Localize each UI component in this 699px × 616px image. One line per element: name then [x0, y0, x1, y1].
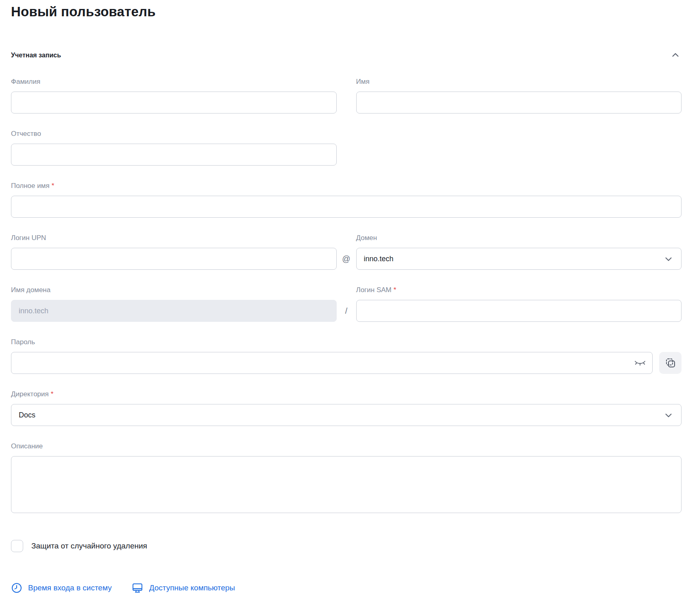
domain-select[interactable]: inno.tech — [356, 248, 682, 270]
domain-name-label: Имя домена — [11, 286, 50, 294]
account-section-header: Учетная запись — [11, 49, 682, 61]
name-row: Фамилия Имя — [11, 77, 682, 114]
deletion-protection-row: Защита от случайного удаления — [11, 540, 682, 552]
full-name-row: Полное имя* — [11, 181, 682, 218]
deletion-protection-checkbox[interactable] — [11, 540, 23, 552]
available-computers-label: Доступные компьютеры — [149, 582, 235, 594]
middle-name-field: Отчество — [11, 129, 337, 166]
description-textarea[interactable] — [11, 456, 682, 513]
account-section-title: Учетная запись — [11, 50, 61, 60]
required-asterisk: * — [394, 286, 396, 294]
directory-row: Директория* Docs — [11, 389, 682, 426]
description-row: Описание — [11, 441, 682, 515]
directory-select-value: Docs — [19, 411, 35, 419]
directory-label: Директория — [11, 390, 49, 398]
middle-name-row: Отчество — [11, 129, 682, 166]
domain-name-sam-row: Имя домена / Логин SAM* — [11, 285, 682, 322]
column-gap — [337, 92, 356, 114]
last-name-input[interactable] — [11, 92, 337, 114]
directory-select[interactable]: Docs — [11, 404, 682, 426]
at-separator: @ — [337, 248, 356, 270]
upn-login-input[interactable] — [11, 248, 337, 270]
clock-icon — [11, 582, 22, 594]
password-label: Пароль — [11, 338, 35, 346]
last-name-label: Фамилия — [11, 78, 40, 85]
domain-field: Домен inno.tech — [356, 233, 682, 270]
first-name-field: Имя — [356, 77, 682, 114]
required-asterisk: * — [51, 390, 54, 398]
last-name-field: Фамилия — [11, 77, 337, 114]
sam-login-input[interactable] — [356, 300, 682, 322]
logon-time-link[interactable]: Время входа в систему — [11, 582, 112, 594]
slash-separator: / — [337, 300, 356, 322]
password-input[interactable] — [11, 352, 653, 374]
password-row: Пароль — [11, 337, 682, 374]
sam-login-field: Логин SAM* — [356, 285, 682, 322]
page-title: Новый пользователь — [11, 3, 682, 20]
logon-time-label: Время входа в систему — [28, 582, 112, 594]
description-label: Описание — [11, 442, 43, 450]
upn-login-field: Логин UPN — [11, 233, 337, 270]
upn-login-label: Логин UPN — [11, 234, 46, 242]
first-name-label: Имя — [356, 78, 370, 85]
chevron-down-icon — [663, 253, 674, 264]
available-computers-link[interactable]: Доступные компьютеры — [131, 582, 235, 594]
middle-name-label: Отчество — [11, 130, 41, 138]
middle-name-input[interactable] — [11, 144, 337, 166]
section-collapse-button[interactable] — [669, 49, 682, 61]
password-copy-button[interactable] — [659, 352, 682, 374]
domain-name-field: Имя домена — [11, 285, 337, 322]
eye-closed-icon — [634, 358, 646, 367]
upn-domain-row: Логин UPN @ Домен inno.tech — [11, 233, 682, 270]
chevron-up-icon — [670, 50, 681, 61]
first-name-input[interactable] — [356, 92, 682, 114]
domain-label: Домен — [356, 234, 377, 242]
domain-select-value: inno.tech — [364, 255, 394, 263]
full-name-label: Полное имя — [11, 182, 50, 190]
domain-name-input — [11, 300, 337, 322]
deletion-protection-label: Защита от случайного удаления — [31, 542, 147, 550]
footer-links: Время входа в систему Доступные компьюте… — [11, 582, 682, 594]
required-asterisk: * — [52, 182, 54, 190]
copy-icon — [665, 357, 676, 369]
password-visibility-button[interactable] — [634, 358, 646, 367]
sam-login-label: Логин SAM — [356, 286, 392, 294]
chevron-down-icon — [663, 410, 674, 420]
monitor-icon — [131, 582, 144, 594]
full-name-input[interactable] — [11, 196, 682, 218]
